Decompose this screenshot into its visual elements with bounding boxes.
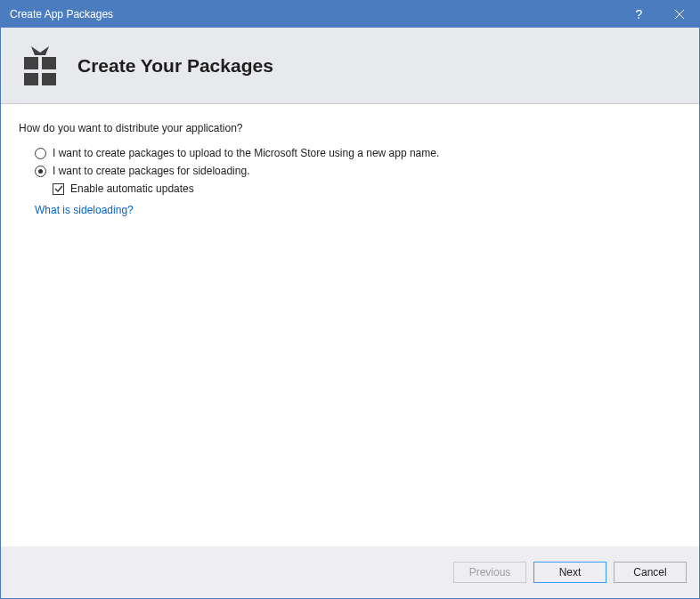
close-button[interactable] [659,1,699,28]
checkbox-checked-icon [53,183,64,195]
option-sideload[interactable]: I want to create packages for sideloadin… [35,165,681,177]
wizard-content: How do you want to distribute your appli… [1,104,699,546]
help-button[interactable]: ? [619,1,659,28]
cancel-button[interactable]: Cancel [614,562,687,583]
wizard-header: Create Your Packages [1,28,699,104]
radio-checked-icon [35,166,46,177]
next-button[interactable]: Next [533,562,606,583]
titlebar: Create App Packages ? [1,1,699,28]
svg-rect-3 [24,57,38,69]
svg-marker-2 [31,46,49,55]
svg-rect-4 [42,57,56,69]
svg-rect-5 [24,73,38,85]
enable-updates-checkbox[interactable]: Enable automatic updates [35,182,681,195]
svg-rect-6 [42,73,56,85]
window-title: Create App Packages [10,8,619,20]
package-icon [19,45,61,87]
previous-button: Previous [453,562,526,583]
option-store[interactable]: I want to create packages to upload to t… [35,147,681,159]
option-sideload-label: I want to create packages for sideloadin… [53,165,249,177]
question-text: How do you want to distribute your appli… [19,122,681,134]
sideloading-help-link[interactable]: What is sideloading? [35,204,681,216]
radio-icon [35,148,46,159]
options-group: I want to create packages to upload to t… [19,147,681,216]
page-title: Create Your Packages [77,55,273,77]
enable-updates-label: Enable automatic updates [70,182,194,195]
option-store-label: I want to create packages to upload to t… [53,147,439,159]
wizard-footer: Previous Next Cancel [1,546,699,598]
close-icon [675,10,684,19]
